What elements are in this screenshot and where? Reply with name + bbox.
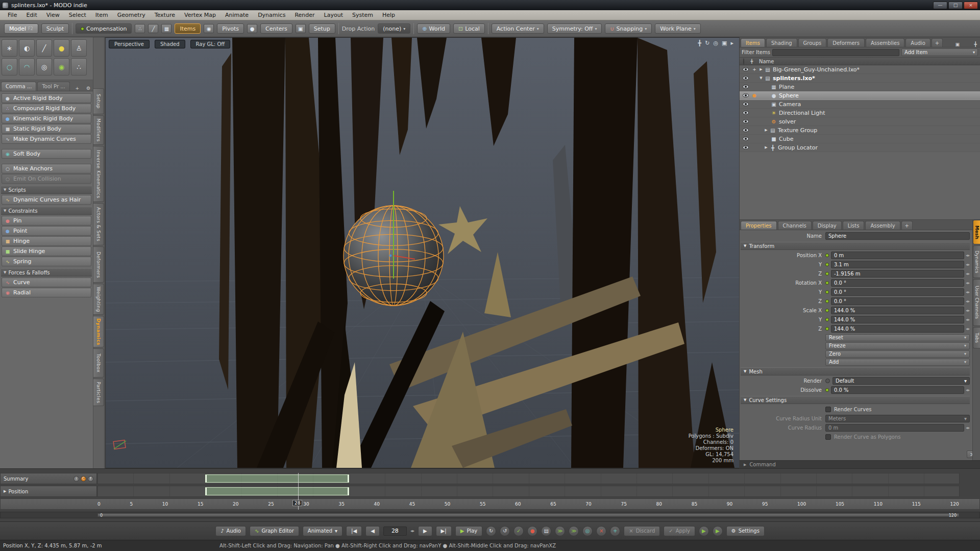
visibility-icon[interactable] [743,76,749,80]
panel-options-icon[interactable]: ╋ [972,42,979,47]
channel-led[interactable] [825,299,829,303]
item-name-field[interactable]: Sphere [825,232,970,240]
tab-particles[interactable]: Particles [93,379,104,406]
go-to-end-button[interactable]: ▶| [436,526,452,536]
menu-item-item[interactable]: Item [91,10,113,20]
tab-lists[interactable]: Lists [843,221,865,230]
info-icon[interactable]: i [74,476,79,482]
menu-item-view[interactable]: View [42,10,64,20]
channel-led[interactable] [825,309,829,312]
value-spinner[interactable]: ◂▸ [966,299,970,304]
tab-audio[interactable]: Audio [905,38,930,47]
expand-arrow[interactable]: ▶ [763,145,769,149]
expand-arrow[interactable]: ▶ [744,463,746,467]
current-frame-field[interactable]: 28 [383,527,407,536]
tool-icon[interactable]: ♙ [71,39,87,57]
loop-icon[interactable]: ↻ [486,526,496,536]
channel-led[interactable] [825,281,829,285]
zoom-icon[interactable]: ◎ [713,40,718,46]
menu-item-file[interactable]: File [3,10,21,20]
timeline-range-bar[interactable]: 0 120 [0,512,980,518]
tab-tabs[interactable]: Tabs [973,327,980,348]
command-bar[interactable]: ▶ Command [740,460,980,468]
viewport[interactable]: Perspective Shaded Ray GL: Off ╋ ↻ ◎ ▣ ▸… [105,37,739,468]
filter-icon[interactable]: f [88,476,93,482]
tab-mesh[interactable]: Mesh [973,220,980,244]
tab-assembly[interactable]: Assembly [865,221,900,230]
animated-select[interactable]: Animated ▾ [303,526,342,536]
tree-item[interactable]: ▶ ▤ Texture Group [740,126,980,135]
auto-select-polygons-icon[interactable]: ▦ [161,24,172,33]
snapping-button[interactable]: ∪ Snapping ▾ [605,23,652,34]
next-key-button[interactable]: ▶ [418,526,432,536]
channel-led[interactable] [825,254,829,257]
tree-item-selected[interactable]: ● ● Sphere [740,91,980,100]
menu-item-select[interactable]: Select [64,10,91,20]
tab-deformers[interactable]: Deformers [827,38,865,47]
visibility-icon[interactable] [743,128,749,132]
raygl-button[interactable]: Ray GL: Off [190,40,231,48]
go-to-start-button[interactable]: |◀ [346,526,362,536]
maximize-button[interactable]: □ [948,2,963,9]
soft-body-button[interactable]: ◉Soft Body [2,149,91,159]
tool-icon[interactable]: ◐ [19,39,35,57]
setup-button[interactable]: Setup [309,23,335,34]
add-tab-icon[interactable]: + [932,38,943,47]
previous-key-button[interactable]: ◀ [365,526,380,536]
tab-channels[interactable]: Channels [778,221,812,230]
expand-arrow[interactable]: ▶ [758,67,764,71]
tool-icon[interactable]: ● [54,39,69,57]
sync-icon[interactable]: ◎ [582,526,593,536]
add-tab-icon[interactable]: + [901,221,913,230]
value-spinner[interactable]: ◂▸ [966,327,970,331]
minimize-button[interactable]: — [933,2,947,9]
auto-key-icon[interactable]: ✓ [513,526,524,536]
tree-item[interactable]: ▣ Camera [740,100,980,109]
channel-led[interactable] [825,327,829,331]
keyframe-range[interactable] [205,474,349,483]
timeline-ruler[interactable]: 05 1015 2025 3035 4045 5055 6065 7075 80… [0,498,980,510]
world-button[interactable]: ⊕ World [417,23,450,34]
visibility-icon[interactable] [743,102,749,106]
tree-item[interactable]: ⚙ solver [740,117,980,126]
settings-button[interactable]: ⚙ Settings [726,526,765,536]
setup-mode-icon[interactable]: ▣ [296,24,306,33]
position-track-label[interactable]: ▶ Position [0,486,97,497]
tab-items[interactable]: Items [741,38,765,47]
scripts-section-header[interactable]: ▼Scripts [1,186,92,194]
tab-properties[interactable]: Properties [741,221,777,230]
tab-modifiers[interactable]: Modifiers [93,115,104,145]
value-spinner[interactable]: ◂▸ [966,253,970,258]
render-curves-checkbox[interactable] [825,407,831,412]
shading-mode-button[interactable]: Shaded [155,40,185,48]
visibility-icon[interactable] [743,119,749,123]
auto-select-vertices-icon[interactable]: ∴ [135,24,145,33]
tab-assemblies[interactable]: Assemblies [866,38,904,47]
expand-arrow[interactable]: ▶ [763,128,769,132]
add-key-icon[interactable]: + [610,526,620,536]
keyframe-range[interactable] [205,487,349,495]
keyframe-marker[interactable] [348,488,349,495]
pin-button[interactable]: ●Pin [2,216,91,226]
add-item-select[interactable]: Add Item ▾ [901,48,978,56]
tab-user-channels[interactable]: User Channels [973,279,980,326]
tool-icon[interactable]: ∗ [2,39,17,57]
remove-key-icon[interactable]: × [596,526,606,536]
render-toggle[interactable] [825,379,830,383]
pivots-button[interactable]: Pivots [217,23,244,34]
keyframe-marker[interactable] [348,475,349,482]
tab-deformers[interactable]: Deformers [93,246,104,283]
menu-item-edit[interactable]: Edit [21,10,41,20]
value-spinner[interactable]: ◂▸ [966,308,970,313]
cache-icon[interactable]: C [81,476,86,482]
mesh-section-header[interactable]: ▼ Mesh [741,367,970,375]
tool-icon[interactable]: ○ [2,58,17,76]
zero-button[interactable]: Zero▾ [825,350,970,358]
tab-setup[interactable]: Setup [93,88,104,114]
menu-item-vertex-map[interactable]: Vertex Map [180,10,220,20]
radial-force-button[interactable]: ◉Radial [2,288,91,297]
current-frame-indicator[interactable]: 28 [292,500,302,506]
sculpt-tab[interactable]: Sculpt [41,23,69,34]
tree-item[interactable]: ▦ Plane [740,83,980,91]
menu-item-dynamics[interactable]: Dynamics [253,10,290,20]
